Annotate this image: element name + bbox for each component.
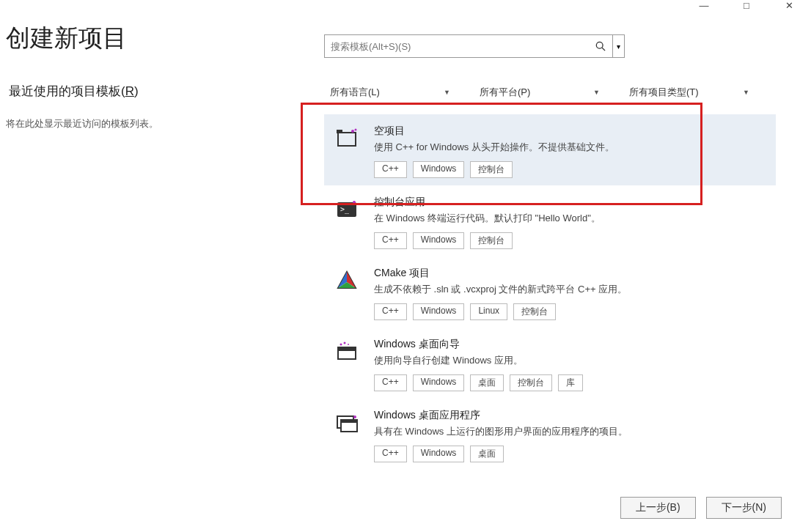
svg-point-17 bbox=[348, 344, 349, 345]
cmake-icon bbox=[334, 268, 359, 293]
template-desc: 具有在 Windows 上运行的图形用户界面的应用程序的项目。 bbox=[374, 425, 768, 438]
template-desktop-app[interactable]: Windows 桌面应用程序 具有在 Windows 上运行的图形用户界面的应用… bbox=[324, 399, 776, 470]
template-name: Windows 桌面应用程序 bbox=[374, 409, 768, 422]
template-name: 空项目 bbox=[374, 125, 768, 138]
filter-row: 所有语言(L)▼ 所有平台(P)▼ 所有项目类型(T)▼ bbox=[330, 86, 779, 99]
tag: 控制台 bbox=[510, 374, 552, 391]
svg-point-15 bbox=[340, 344, 342, 346]
console-app-icon: >_ bbox=[334, 197, 359, 222]
search-box[interactable]: ▾ bbox=[324, 34, 625, 58]
recent-empty-text: 将在此处显示最近访问的模板列表。 bbox=[6, 117, 158, 130]
template-cmake[interactable]: CMake 项目 生成不依赖于 .sln 或 .vcxproj 文件的新式跨平台… bbox=[324, 256, 776, 328]
tag: 控制台 bbox=[513, 303, 556, 320]
filter-type[interactable]: 所有项目类型(T)▼ bbox=[629, 86, 779, 99]
page-title: 创建新项目 bbox=[6, 22, 127, 55]
tag: C++ bbox=[374, 232, 407, 249]
chevron-down-icon: ▼ bbox=[444, 89, 450, 96]
next-button[interactable]: 下一步(N) bbox=[706, 497, 782, 519]
tag: Windows bbox=[413, 446, 465, 462]
svg-point-21 bbox=[353, 415, 356, 418]
window-controls: — □ ✕ bbox=[682, 0, 811, 11]
svg-point-16 bbox=[344, 342, 346, 344]
svg-text:>_: >_ bbox=[340, 205, 350, 214]
tag: 桌面 bbox=[470, 374, 504, 391]
svg-point-8 bbox=[353, 201, 356, 204]
chevron-down-icon: ▼ bbox=[593, 89, 600, 96]
tag: Windows bbox=[413, 161, 465, 178]
minimize-button[interactable]: — bbox=[689, 0, 719, 11]
maximize-button[interactable]: □ bbox=[732, 0, 761, 11]
svg-point-5 bbox=[355, 129, 357, 131]
footer-buttons: 上一步(B) 下一步(N) bbox=[620, 497, 782, 519]
svg-line-1 bbox=[602, 48, 605, 51]
filter-language[interactable]: 所有语言(L)▼ bbox=[330, 86, 480, 99]
tag: 库 bbox=[558, 374, 583, 391]
chevron-down-icon: ▼ bbox=[743, 89, 749, 96]
close-button[interactable]: ✕ bbox=[774, 0, 804, 11]
template-desc: 生成不依赖于 .sln 或 .vcxproj 文件的新式跨平台 C++ 应用。 bbox=[374, 283, 768, 296]
tag: C++ bbox=[374, 446, 407, 462]
wizard-icon bbox=[334, 339, 359, 364]
svg-rect-14 bbox=[338, 347, 356, 351]
template-empty-project[interactable]: 空项目 使用 C++ for Windows 从头开始操作。不提供基础文件。 C… bbox=[324, 114, 776, 185]
tag: 桌面 bbox=[470, 446, 504, 462]
tag: C++ bbox=[374, 161, 407, 178]
template-desc: 使用向导自行创建 Windows 应用。 bbox=[374, 354, 768, 367]
template-console-app[interactable]: >_ 控制台应用 在 Windows 终端运行代码。默认打印 "Hello Wo… bbox=[324, 185, 776, 256]
tag: Windows bbox=[413, 374, 465, 391]
tag: Windows bbox=[413, 303, 465, 320]
tag: 控制台 bbox=[470, 232, 513, 249]
search-dropdown[interactable]: ▾ bbox=[612, 35, 624, 57]
back-button[interactable]: 上一步(B) bbox=[620, 497, 696, 519]
template-name: CMake 项目 bbox=[374, 267, 768, 280]
filter-platform[interactable]: 所有平台(P)▼ bbox=[480, 86, 629, 99]
svg-point-4 bbox=[351, 130, 354, 133]
template-name: Windows 桌面向导 bbox=[374, 338, 768, 351]
svg-rect-3 bbox=[337, 130, 342, 133]
recent-templates-heading: 最近使用的项目模板(R) bbox=[9, 83, 139, 100]
empty-project-icon bbox=[334, 126, 359, 151]
template-desc: 在 Windows 终端运行代码。默认打印 "Hello World"。 bbox=[374, 212, 768, 225]
desktop-app-icon bbox=[334, 410, 359, 435]
tag: Linux bbox=[470, 303, 507, 320]
search-icon[interactable] bbox=[589, 35, 612, 57]
template-desc: 使用 C++ for Windows 从头开始操作。不提供基础文件。 bbox=[374, 141, 768, 154]
template-desktop-wizard[interactable]: Windows 桌面向导 使用向导自行创建 Windows 应用。 C++ Wi… bbox=[324, 328, 776, 399]
svg-rect-2 bbox=[338, 133, 356, 146]
svg-rect-20 bbox=[341, 420, 357, 423]
search-input[interactable] bbox=[325, 41, 589, 52]
template-list: 空项目 使用 C++ for Windows 从头开始操作。不提供基础文件。 C… bbox=[324, 114, 776, 470]
tag: C++ bbox=[374, 303, 407, 320]
template-name: 控制台应用 bbox=[374, 196, 768, 209]
tag: 控制台 bbox=[470, 161, 513, 178]
tag: C++ bbox=[374, 374, 407, 391]
svg-point-0 bbox=[596, 42, 603, 48]
tag: Windows bbox=[413, 232, 465, 249]
